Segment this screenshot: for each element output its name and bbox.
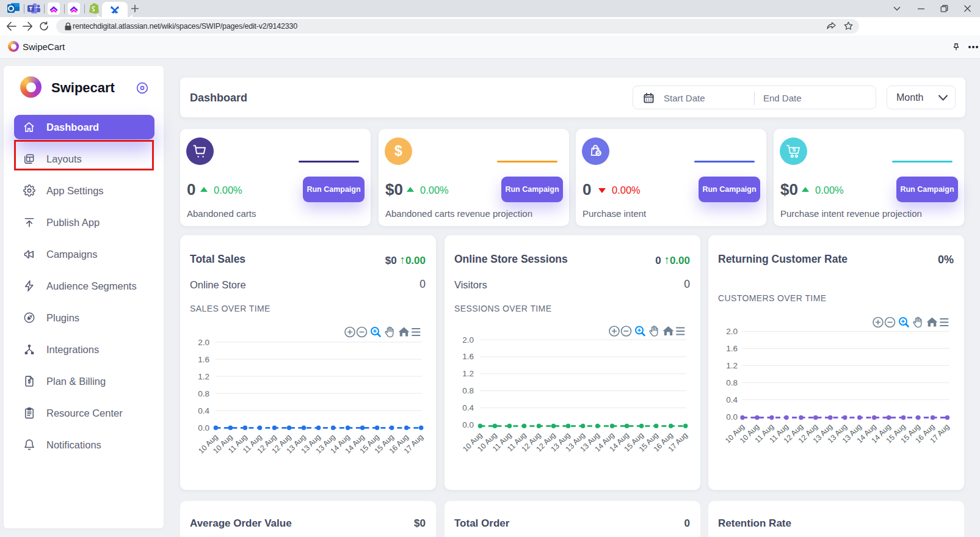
svg-text:0.8: 0.8 (462, 386, 474, 395)
svg-text:1.6: 1.6 (198, 355, 209, 364)
svg-text:2.0: 2.0 (726, 327, 738, 336)
svg-text:0.8: 0.8 (198, 389, 209, 398)
svg-text:1.2: 1.2 (726, 361, 738, 370)
svg-text:0.0: 0.0 (462, 420, 474, 429)
svg-text:2.0: 2.0 (198, 338, 209, 347)
svg-text:0.0: 0.0 (726, 412, 738, 422)
svg-text:1.2: 1.2 (462, 369, 474, 378)
svg-text:1.6: 1.6 (726, 344, 738, 353)
svg-text:1.2: 1.2 (198, 372, 209, 381)
svg-text:0.4: 0.4 (462, 403, 474, 412)
svg-text:$: $ (793, 146, 796, 153)
svg-text:2.0: 2.0 (462, 335, 474, 345)
svg-text:0.0: 0.0 (198, 423, 209, 433)
svg-text:0.8: 0.8 (726, 378, 738, 387)
svg-text:0.4: 0.4 (198, 406, 209, 415)
svg-text:0.4: 0.4 (726, 395, 738, 404)
svg-text:1.6: 1.6 (462, 352, 474, 361)
